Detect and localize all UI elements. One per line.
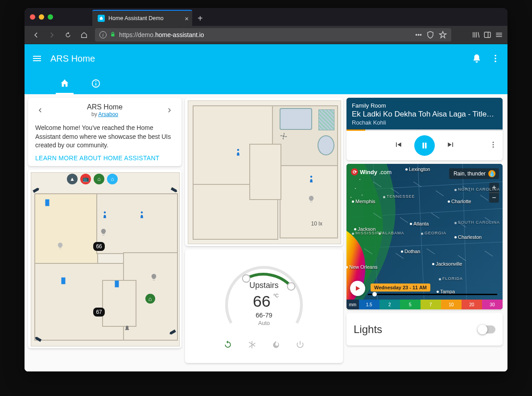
welcome-card: ARS Home by Arsaboo Welcome home! You've… xyxy=(28,98,181,166)
weather-color-scale: mm 1.5 2 5 7 10 20 30 xyxy=(346,300,503,309)
browser-tab-active[interactable]: Home Assistant Demo × xyxy=(92,10,192,26)
door-icon[interactable] xyxy=(43,199,51,207)
url-host: home-assistant.io xyxy=(155,31,204,38)
city-label: Lexington xyxy=(409,167,430,172)
forward-button[interactable] xyxy=(45,28,58,42)
lights-card: Lights xyxy=(346,313,503,346)
hvac-cool-icon[interactable] xyxy=(247,340,256,351)
svg-point-23 xyxy=(493,142,494,143)
svg-point-31 xyxy=(351,197,351,198)
badge-tv-icon[interactable]: 📺 xyxy=(80,174,91,184)
tab-home[interactable] xyxy=(56,73,74,94)
droplet-icon: 💧 xyxy=(488,170,495,177)
windy-logo[interactable]: ⟳Windy.com xyxy=(351,168,392,175)
weather-layer-selector[interactable]: Rain, thunder💧 xyxy=(449,168,499,179)
media-track-title: Ek Ladki Ko Dekha Toh Aisa Laga - Title… xyxy=(352,110,497,119)
light-icon[interactable] xyxy=(56,242,64,250)
badge-home-icon[interactable]: ⌂ xyxy=(107,174,118,184)
light-icon[interactable] xyxy=(307,195,315,203)
window-maximize-button[interactable] xyxy=(48,14,53,20)
svg-point-9 xyxy=(104,212,106,214)
site-info-icon[interactable]: i xyxy=(99,31,107,38)
welcome-body: Welcome home! You've reached the Home As… xyxy=(35,124,174,150)
thermostat-badge[interactable]: 67 xyxy=(93,308,104,317)
badge-roof-icon[interactable]: ▲ xyxy=(67,174,78,184)
motion-sensor-icon[interactable] xyxy=(138,211,146,219)
zoom-out-button[interactable]: − xyxy=(489,193,499,203)
svg-text:66-79: 66-79 xyxy=(256,312,272,319)
media-pause-button[interactable] xyxy=(414,135,435,156)
light-icon[interactable] xyxy=(150,273,158,281)
back-button[interactable] xyxy=(29,28,42,42)
new-tab-button[interactable]: + xyxy=(192,11,208,26)
url-field[interactable]: i https://demo.home-assistant.io ••• xyxy=(95,28,451,42)
hvac-auto-icon[interactable] xyxy=(223,340,232,351)
svg-rect-0 xyxy=(484,32,491,38)
reload-button[interactable] xyxy=(61,28,74,42)
overflow-menu-icon[interactable] xyxy=(491,54,500,63)
shield-icon[interactable] xyxy=(426,31,434,39)
media-prev-button[interactable] xyxy=(394,140,403,151)
fan-icon[interactable] xyxy=(280,132,288,140)
home-assistant-favicon xyxy=(98,15,105,22)
badge-alarm-icon[interactable]: ⌂ xyxy=(94,174,104,184)
media-room-label: Family Room xyxy=(352,102,497,109)
sidebar-icon[interactable] xyxy=(483,31,491,39)
svg-point-28 xyxy=(359,179,360,180)
floorplan-lower-card[interactable]: ▲ 📺 ⌂ ⌂ xyxy=(28,170,181,348)
state-label: SOUTH CAROLINA xyxy=(458,220,500,225)
weather-map-card[interactable]: ⟳Windy.com Rain, thunder💧 + − Lexington … xyxy=(346,164,503,309)
motion-sensor-icon[interactable] xyxy=(234,148,242,156)
state-label: NORTH CAROLINA xyxy=(458,187,500,192)
doorbell-icon[interactable] xyxy=(123,325,131,333)
welcome-byline: by Arsaboo xyxy=(45,111,165,117)
state-label: TENNESSEE xyxy=(387,194,415,199)
bookmark-star-icon[interactable] xyxy=(439,31,447,39)
media-player-card: Family Room Ek Ladki Ko Dekha Toh Aisa L… xyxy=(346,98,503,160)
welcome-author-link[interactable]: Arsaboo xyxy=(98,111,118,117)
door-icon[interactable] xyxy=(113,280,121,288)
weather-play-button[interactable] xyxy=(350,281,365,296)
media-artist: Rochak Kohli xyxy=(352,119,497,126)
home-button[interactable] xyxy=(77,28,91,42)
bell-icon[interactable] xyxy=(472,54,482,63)
browser-tabbar: Home Assistant Demo × + xyxy=(25,8,507,26)
hvac-heat-icon[interactable] xyxy=(272,340,280,351)
window-close-button[interactable] xyxy=(30,14,35,20)
media-more-button[interactable] xyxy=(489,141,497,150)
lock-icon xyxy=(110,31,115,38)
light-icon[interactable] xyxy=(99,228,107,236)
floorplan-upper-card[interactable]: 10 lx xyxy=(185,98,343,246)
tab-info[interactable] xyxy=(87,73,105,94)
tab-close-button[interactable]: × xyxy=(185,15,189,22)
svg-point-14 xyxy=(237,149,239,151)
welcome-prev-button[interactable] xyxy=(35,104,45,117)
url-prefix: https://demo. xyxy=(119,31,155,38)
garage-icon[interactable]: ⌂ xyxy=(145,294,155,304)
motion-sensor-icon[interactable] xyxy=(101,211,109,219)
thermostat-card[interactable]: Upstairs 66 °C 66-79 Auto Upstairs 66 °C… xyxy=(185,250,343,363)
svg-point-5 xyxy=(64,79,66,81)
library-icon[interactable] xyxy=(472,31,480,39)
window-minimize-button[interactable] xyxy=(39,14,44,20)
menu-icon[interactable] xyxy=(495,31,503,39)
url-more-icon[interactable]: ••• xyxy=(415,31,422,38)
motion-sensor-icon[interactable] xyxy=(307,175,315,183)
door-icon[interactable] xyxy=(59,277,67,285)
city-label: Memphis xyxy=(355,199,375,204)
welcome-learn-more-link[interactable]: LEARN MORE ABOUT HOME ASSISTANT xyxy=(35,154,174,162)
hvac-off-icon[interactable] xyxy=(296,340,305,351)
thermostat-badge[interactable]: 66 xyxy=(93,242,104,251)
weather-timeline-slider[interactable] xyxy=(368,294,497,295)
svg-text:°C: °C xyxy=(273,293,279,298)
svg-point-16 xyxy=(283,135,285,138)
lights-master-toggle[interactable] xyxy=(478,325,495,333)
welcome-next-button[interactable] xyxy=(165,104,174,117)
svg-rect-12 xyxy=(62,277,66,284)
svg-point-8 xyxy=(95,81,96,82)
state-label: FLORIDA xyxy=(442,276,463,281)
media-next-button[interactable] xyxy=(446,140,455,151)
svg-point-2 xyxy=(495,55,496,57)
hamburger-menu-icon[interactable] xyxy=(32,53,42,64)
city-label: Atlanta xyxy=(413,221,429,226)
